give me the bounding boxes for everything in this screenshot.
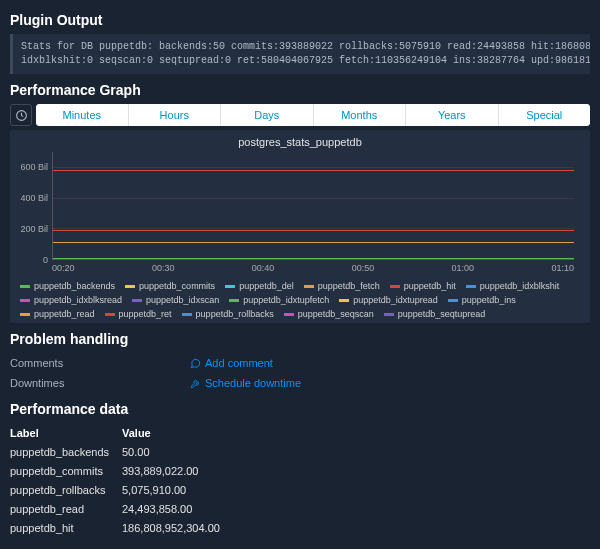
table-row: puppetdb_hit186,808,952,304.00 bbox=[10, 518, 590, 537]
legend-label: puppetdb_seqtupread bbox=[398, 309, 486, 319]
tab-days[interactable]: Days bbox=[221, 104, 314, 126]
chart-legend: puppetdb_backendspuppetdb_commitspuppetd… bbox=[18, 277, 582, 321]
ytick: 0 bbox=[14, 255, 48, 265]
legend-swatch bbox=[182, 313, 192, 316]
legend-item[interactable]: puppetdb_idxscan bbox=[132, 295, 219, 305]
problem-handling-title: Problem handling bbox=[10, 331, 590, 347]
legend-item[interactable]: puppetdb_seqscan bbox=[284, 309, 374, 319]
xtick: 01:00 bbox=[452, 263, 475, 273]
table-row: puppetdb_commits393,889,022.00 bbox=[10, 461, 590, 480]
perf-value: 5,075,910.00 bbox=[122, 484, 590, 496]
legend-item[interactable]: puppetdb_fetch bbox=[304, 281, 380, 291]
plugin-output-line: idxblkshit:0 seqscan:0 seqtupread:0 ret:… bbox=[21, 54, 582, 68]
legend-label: puppetdb_ins bbox=[462, 295, 516, 305]
perf-label: puppetdb_rollbacks bbox=[10, 484, 122, 496]
legend-label: puppetdb_fetch bbox=[318, 281, 380, 291]
table-row: puppetdb_backends50.00 bbox=[10, 442, 590, 461]
performance-data-title: Performance data bbox=[10, 401, 590, 417]
legend-label: puppetdb_idxblksread bbox=[34, 295, 122, 305]
chart-plot-area: 0 200 Bil 400 Bil 600 Bil bbox=[52, 152, 574, 260]
legend-item[interactable]: puppetdb_seqtupread bbox=[384, 309, 486, 319]
legend-item[interactable]: puppetdb_idxblkshit bbox=[466, 281, 560, 291]
legend-item[interactable]: puppetdb_del bbox=[225, 281, 294, 291]
ytick: 200 Bil bbox=[14, 224, 48, 234]
tab-months[interactable]: Months bbox=[314, 104, 407, 126]
schedule-downtime-link[interactable]: Schedule downtime bbox=[190, 377, 301, 389]
xtick: 00:20 bbox=[52, 263, 75, 273]
legend-label: puppetdb_commits bbox=[139, 281, 215, 291]
performance-data-table: Label Value puppetdb_backends50.00puppet… bbox=[10, 423, 590, 537]
comment-icon bbox=[190, 358, 201, 369]
legend-label: puppetdb_idxscan bbox=[146, 295, 219, 305]
plugin-output-title: Plugin Output bbox=[10, 12, 590, 28]
legend-swatch bbox=[132, 299, 142, 302]
legend-swatch bbox=[390, 285, 400, 288]
legend-item[interactable]: puppetdb_ret bbox=[105, 309, 172, 319]
legend-label: puppetdb_idxtupread bbox=[353, 295, 438, 305]
legend-swatch bbox=[225, 285, 235, 288]
clock-icon[interactable] bbox=[10, 104, 32, 126]
add-comment-link[interactable]: Add comment bbox=[190, 357, 273, 369]
legend-label: puppetdb_rollbacks bbox=[196, 309, 274, 319]
xtick: 00:30 bbox=[152, 263, 175, 273]
legend-item[interactable]: puppetdb_idxtupread bbox=[339, 295, 438, 305]
legend-item[interactable]: puppetdb_hit bbox=[390, 281, 456, 291]
chart-panel: postgres_stats_puppetdb 0 200 Bil 400 Bi… bbox=[10, 130, 590, 323]
legend-label: puppetdb_backends bbox=[34, 281, 115, 291]
plugin-output-box: Stats for DB puppetdb: backends:50 commi… bbox=[10, 34, 590, 74]
legend-swatch bbox=[20, 313, 30, 316]
legend-swatch bbox=[384, 313, 394, 316]
legend-swatch bbox=[20, 285, 30, 288]
legend-item[interactable]: puppetdb_idxtupfetch bbox=[229, 295, 329, 305]
legend-label: puppetdb_idxtupfetch bbox=[243, 295, 329, 305]
legend-item[interactable]: puppetdb_rollbacks bbox=[182, 309, 274, 319]
legend-swatch bbox=[466, 285, 476, 288]
perf-value: 393,889,022.00 bbox=[122, 465, 590, 477]
perf-label: puppetdb_commits bbox=[10, 465, 122, 477]
table-row: puppetdb_rollbacks5,075,910.00 bbox=[10, 480, 590, 499]
legend-label: puppetdb_seqscan bbox=[298, 309, 374, 319]
tab-hours[interactable]: Hours bbox=[129, 104, 222, 126]
plugin-output-line: Stats for DB puppetdb: backends:50 commi… bbox=[21, 40, 582, 54]
ytick: 400 Bil bbox=[14, 193, 48, 203]
xtick: 00:40 bbox=[252, 263, 275, 273]
problem-label: Downtimes bbox=[10, 377, 190, 389]
legend-item[interactable]: puppetdb_backends bbox=[20, 281, 115, 291]
perf-value: 186,808,952,304.00 bbox=[122, 522, 590, 534]
perf-label: puppetdb_backends bbox=[10, 446, 122, 458]
legend-label: puppetdb_hit bbox=[404, 281, 456, 291]
xtick: 00:50 bbox=[352, 263, 375, 273]
tab-years[interactable]: Years bbox=[406, 104, 499, 126]
legend-swatch bbox=[284, 313, 294, 316]
perf-head-value: Value bbox=[122, 427, 590, 439]
problem-label: Comments bbox=[10, 357, 190, 369]
timerange-tabs: Minutes Hours Days Months Years Special bbox=[36, 104, 590, 126]
legend-label: puppetdb_del bbox=[239, 281, 294, 291]
legend-swatch bbox=[105, 313, 115, 316]
perf-label: puppetdb_read bbox=[10, 503, 122, 515]
xtick: 01:10 bbox=[551, 263, 574, 273]
series-ret bbox=[53, 170, 574, 171]
legend-swatch bbox=[229, 299, 239, 302]
performance-graph-title: Performance Graph bbox=[10, 82, 590, 98]
series-rest bbox=[53, 258, 574, 259]
legend-label: puppetdb_read bbox=[34, 309, 95, 319]
tab-minutes[interactable]: Minutes bbox=[36, 104, 129, 126]
problem-row-downtimes: Downtimes Schedule downtime bbox=[10, 373, 590, 393]
tab-special[interactable]: Special bbox=[499, 104, 591, 126]
problem-row-comments: Comments Add comment bbox=[10, 353, 590, 373]
perf-label: puppetdb_hit bbox=[10, 522, 122, 534]
legend-swatch bbox=[339, 299, 349, 302]
legend-swatch bbox=[125, 285, 135, 288]
series-fetch bbox=[53, 242, 574, 243]
chart-title: postgres_stats_puppetdb bbox=[18, 136, 582, 148]
table-row: puppetdb_read24,493,858.00 bbox=[10, 499, 590, 518]
chart-xaxis: 00:20 00:30 00:40 00:50 01:00 01:10 bbox=[52, 260, 574, 277]
legend-item[interactable]: puppetdb_read bbox=[20, 309, 95, 319]
legend-item[interactable]: puppetdb_commits bbox=[125, 281, 215, 291]
legend-swatch bbox=[20, 299, 30, 302]
legend-swatch bbox=[304, 285, 314, 288]
legend-item[interactable]: puppetdb_ins bbox=[448, 295, 516, 305]
legend-item[interactable]: puppetdb_idxblksread bbox=[20, 295, 122, 305]
perf-value: 50.00 bbox=[122, 446, 590, 458]
